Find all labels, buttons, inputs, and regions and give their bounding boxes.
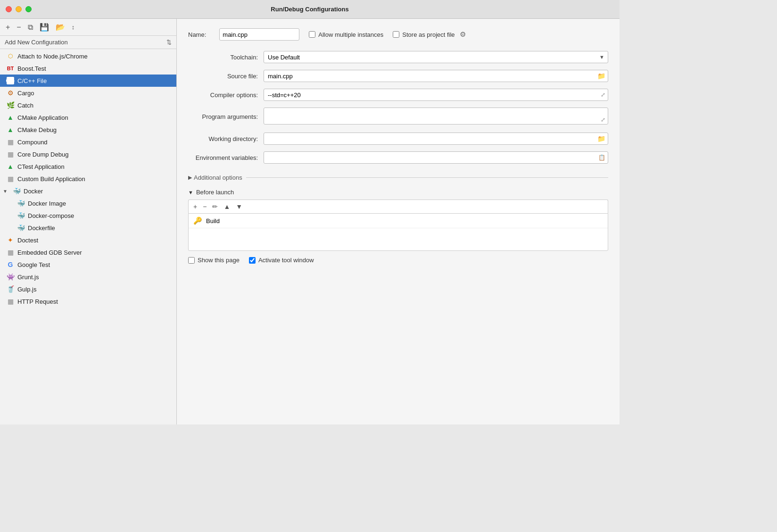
content-panel: Name: Allow multiple instances Store as … bbox=[177, 19, 620, 424]
embedded-gdb-icon: ▦ bbox=[7, 249, 14, 256]
sort-icon[interactable]: ⇅ bbox=[166, 39, 172, 46]
gear-icon[interactable]: ⚙ bbox=[460, 30, 466, 39]
dockerfile-icon: 🐳 bbox=[17, 224, 25, 232]
before-launch-add-button[interactable]: + bbox=[191, 202, 199, 211]
attach-node-icon: ⬡ bbox=[7, 52, 14, 60]
show-page-checkbox[interactable] bbox=[188, 257, 195, 264]
http-request-icon: ▦ bbox=[7, 298, 14, 305]
env-variables-row: Environment variables: 📋 bbox=[188, 151, 608, 164]
source-file-wrapper: 📁 bbox=[264, 70, 608, 82]
name-row: Name: Allow multiple instances Store as … bbox=[188, 28, 608, 41]
docker-collapse-arrow[interactable]: ▼ bbox=[3, 189, 9, 194]
sidebar-item-label: Embedded GDB Server bbox=[17, 249, 82, 256]
before-launch-remove-button[interactable]: − bbox=[201, 202, 208, 211]
sidebar-item-label: CTest Application bbox=[17, 163, 65, 170]
name-label: Name: bbox=[188, 31, 206, 38]
before-launch-down-button[interactable]: ▼ bbox=[234, 202, 244, 211]
sidebar-item-cmake-app[interactable]: ▲ CMake Application bbox=[0, 111, 176, 124]
sidebar-item-label: Google Test bbox=[17, 261, 50, 268]
sidebar-item-compound[interactable]: ▦ Compound bbox=[0, 136, 176, 148]
before-launch-section: ▼ Before launch + − ✏ ▲ ▼ 🔑 Build bbox=[188, 189, 608, 251]
sidebar-item-core-dump[interactable]: ▦ Core Dump Debug bbox=[0, 148, 176, 160]
minimize-button[interactable] bbox=[16, 6, 22, 12]
additional-options-arrow: ▶ bbox=[188, 175, 192, 181]
toolchain-label: Toolchain: bbox=[188, 54, 264, 61]
working-directory-wrapper: 📁 bbox=[264, 133, 608, 145]
activate-tool-group: Activate tool window bbox=[249, 257, 314, 264]
before-launch-arrow[interactable]: ▼ bbox=[188, 190, 193, 195]
compiler-options-row: Compiler options: ⤢ bbox=[188, 89, 608, 101]
title-bar: Run/Debug Configurations bbox=[0, 0, 620, 19]
sidebar-item-label: Cargo bbox=[17, 90, 34, 97]
sidebar-header: Add New Configuration ⇅ bbox=[0, 36, 176, 49]
sidebar-item-gulp[interactable]: 🥤 Gulp.js bbox=[0, 283, 176, 295]
docker-image-icon: 🐳 bbox=[17, 200, 25, 207]
program-arguments-input[interactable] bbox=[264, 108, 608, 125]
sort-config-button[interactable]: ↕ bbox=[70, 23, 77, 32]
show-page-group: Show this page bbox=[188, 257, 240, 264]
working-directory-browse-icon[interactable]: 📁 bbox=[597, 135, 605, 142]
sidebar-item-label: CMake Debug bbox=[17, 126, 57, 133]
compound-icon: ▦ bbox=[7, 138, 14, 146]
sidebar-item-catch[interactable]: 🌿 Catch bbox=[0, 99, 176, 111]
sidebar-item-cargo[interactable]: ⚙ Cargo bbox=[0, 87, 176, 99]
sidebar-header-title: Add New Configuration bbox=[5, 39, 68, 46]
env-variables-edit-icon[interactable]: 📋 bbox=[598, 154, 605, 161]
open-config-button[interactable]: 📂 bbox=[54, 22, 67, 33]
build-item-label: Build bbox=[206, 217, 220, 224]
name-input[interactable] bbox=[219, 28, 299, 41]
source-file-browse-icon[interactable]: 📁 bbox=[597, 72, 605, 80]
toolchain-select[interactable]: Use Default bbox=[264, 51, 608, 63]
program-arguments-expand-icon[interactable]: ⤢ bbox=[601, 116, 605, 123]
sidebar-item-http-request[interactable]: ▦ HTTP Request bbox=[0, 295, 176, 308]
cmake-debug-icon: ▲ bbox=[7, 126, 14, 133]
before-launch-edit-button[interactable]: ✏ bbox=[210, 202, 220, 211]
sidebar-item-custom-build[interactable]: ▦ Custom Build Application bbox=[0, 173, 176, 185]
before-launch-header: ▼ Before launch bbox=[188, 189, 608, 196]
sidebar-item-grunt[interactable]: 👾 Grunt.js bbox=[0, 271, 176, 283]
activate-tool-checkbox[interactable] bbox=[249, 257, 256, 264]
source-file-input[interactable] bbox=[264, 70, 608, 82]
additional-options-toggle[interactable]: ▶ Additional options bbox=[188, 174, 242, 181]
working-directory-input[interactable] bbox=[264, 133, 608, 145]
cargo-icon: ⚙ bbox=[7, 89, 14, 97]
sidebar-item-boost-test[interactable]: BT Boost.Test bbox=[0, 62, 176, 75]
core-dump-icon: ▦ bbox=[7, 150, 14, 158]
sidebar-item-label: Compound bbox=[17, 139, 48, 146]
before-launch-up-button[interactable]: ▲ bbox=[222, 202, 232, 211]
working-directory-row: Working directory: 📁 bbox=[188, 133, 608, 145]
add-config-button[interactable]: + bbox=[4, 22, 12, 33]
maximize-button[interactable] bbox=[25, 6, 32, 12]
sidebar-item-label: Boost.Test bbox=[17, 65, 46, 72]
sidebar-item-google-test[interactable]: G Google Test bbox=[0, 258, 176, 271]
compiler-options-expand-icon[interactable]: ⤢ bbox=[601, 91, 605, 98]
env-variables-input[interactable] bbox=[264, 151, 608, 164]
google-test-icon: G bbox=[7, 261, 14, 268]
compiler-options-input[interactable] bbox=[264, 89, 608, 101]
sidebar-item-embedded-gdb[interactable]: ▦ Embedded GDB Server bbox=[0, 246, 176, 258]
sidebar-item-docker-image[interactable]: 🐳 Docker Image bbox=[0, 197, 176, 209]
remove-config-button[interactable]: − bbox=[15, 22, 23, 33]
sidebar-item-ctest[interactable]: ▲ CTest Application bbox=[0, 160, 176, 173]
close-button[interactable] bbox=[6, 6, 12, 12]
sidebar-item-docker-compose[interactable]: 🐳 Docker-compose bbox=[0, 209, 176, 222]
program-arguments-row: Program arguments: ⤢ bbox=[188, 108, 608, 126]
gulp-icon: 🥤 bbox=[7, 285, 14, 293]
copy-config-button[interactable]: ⧉ bbox=[26, 22, 35, 33]
window-controls bbox=[6, 6, 32, 12]
catch-icon: 🌿 bbox=[7, 101, 14, 109]
before-launch-build-item[interactable]: 🔑 Build bbox=[189, 214, 608, 228]
sidebar-item-cpp-file[interactable]: C++ C/C++ File bbox=[0, 75, 176, 87]
sidebar-item-docker[interactable]: ▼ 🐳 Docker bbox=[0, 185, 176, 197]
sidebar-item-label: Catch bbox=[17, 102, 33, 109]
activate-tool-label: Activate tool window bbox=[258, 257, 314, 264]
sidebar-item-attach-node[interactable]: ⬡ Attach to Node.js/Chrome bbox=[0, 50, 176, 62]
sidebar-item-cmake-debug[interactable]: ▲ CMake Debug bbox=[0, 124, 176, 136]
sidebar-item-doctest[interactable]: ✦ Doctest bbox=[0, 234, 176, 246]
save-config-button[interactable]: 💾 bbox=[38, 22, 51, 33]
before-launch-label: Before launch bbox=[196, 189, 234, 196]
allow-multiple-checkbox[interactable] bbox=[309, 31, 315, 38]
allow-multiple-label: Allow multiple instances bbox=[318, 31, 383, 38]
store-project-checkbox[interactable] bbox=[393, 31, 399, 38]
sidebar-item-dockerfile[interactable]: 🐳 Dockerfile bbox=[0, 222, 176, 234]
